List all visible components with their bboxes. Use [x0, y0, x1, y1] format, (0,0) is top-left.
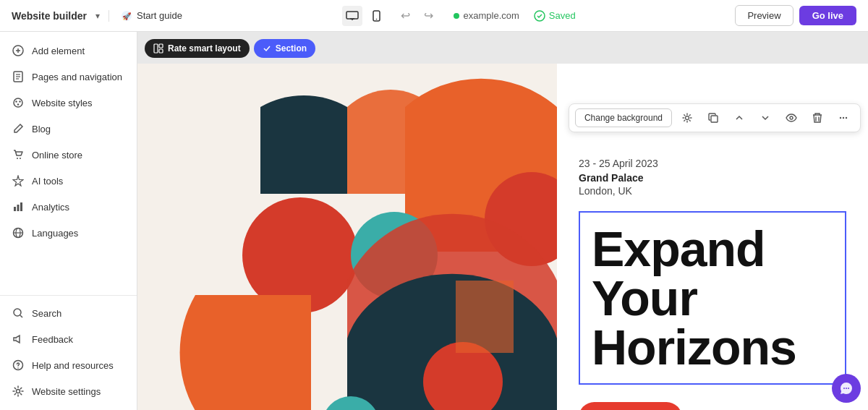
svg-rect-42: [456, 281, 514, 353]
mobile-icon[interactable]: [367, 6, 387, 26]
chart-icon: [12, 200, 25, 213]
undo-button[interactable]: ↩: [396, 6, 416, 26]
more-options-button[interactable]: [833, 107, 854, 129]
redo-button[interactable]: ↪: [419, 6, 439, 26]
right-content-panel: Change background: [557, 64, 868, 410]
sidebar-label: Website settings: [32, 386, 101, 397]
sidebar-label: Online store: [32, 150, 82, 161]
hero-image-area: [137, 64, 557, 410]
sidebar: Add element Pages and navigation Website…: [0, 32, 137, 410]
check-circle-icon: [534, 10, 545, 22]
sidebar-item-search[interactable]: Search: [0, 300, 137, 326]
move-up-button[interactable]: [728, 107, 750, 129]
svg-line-28: [20, 315, 22, 317]
section-toolbar: Change background: [569, 103, 861, 132]
svg-point-27: [14, 309, 21, 316]
svg-rect-21: [14, 207, 16, 211]
brand-name: Website builder: [12, 10, 87, 22]
sidebar-item-analytics[interactable]: Analytics: [0, 194, 137, 220]
svg-point-49: [843, 388, 845, 389]
topbar-center: ↩ ↪ example.com Saved: [342, 6, 576, 26]
undo-redo: ↩ ↪: [396, 6, 439, 26]
start-guide-button[interactable]: 🚀 Start guide: [109, 10, 182, 22]
svg-point-19: [17, 158, 18, 159]
sidebar-label: Analytics: [32, 202, 69, 213]
sidebar-item-pages[interactable]: Pages and navigation: [0, 64, 137, 90]
sidebar-item-add-element[interactable]: Add element: [0, 38, 137, 64]
topbar-left: Website builder ▾ 🚀 Start guide: [12, 10, 182, 22]
plus-circle-icon: [12, 44, 25, 57]
svg-point-45: [790, 116, 793, 119]
svg-point-17: [19, 101, 20, 102]
visibility-button[interactable]: [780, 107, 802, 129]
sidebar-item-languages[interactable]: Languages: [0, 220, 137, 246]
svg-rect-44: [711, 116, 718, 122]
event-info: 23 - 25 April 2023 Grand Palace London, …: [579, 158, 846, 197]
chat-icon: [839, 381, 854, 396]
sidebar-label: Pages and navigation: [32, 72, 122, 82]
sidebar-item-help[interactable]: Help and resources: [0, 352, 137, 378]
svg-point-48: [846, 117, 847, 119]
file-icon: [12, 70, 25, 83]
svg-point-46: [840, 117, 841, 119]
svg-point-47: [843, 117, 844, 119]
sidebar-item-styles[interactable]: Website styles: [0, 90, 137, 116]
topbar-right: Preview Go live: [735, 5, 856, 26]
sidebar-label: Search: [32, 308, 61, 319]
trash-icon: [812, 112, 823, 124]
svg-point-50: [846, 388, 847, 389]
layout-icon: [153, 43, 163, 54]
copy-icon: [707, 112, 719, 124]
edit-icon: [12, 122, 25, 135]
arrow-up-icon: [733, 112, 745, 124]
smart-layout-badge[interactable]: Rate smart layout: [145, 39, 250, 58]
event-venue: Grand Palace: [579, 172, 846, 184]
palette-icon: [12, 96, 25, 109]
sidebar-label: Languages: [32, 228, 78, 239]
svg-point-30: [17, 367, 19, 369]
sidebar-label: Website styles: [32, 98, 93, 108]
event-location: London, UK: [579, 185, 846, 197]
svg-point-6: [376, 18, 378, 20]
rocket-icon: 🚀: [121, 10, 132, 22]
sidebar-label: Blog: [32, 124, 51, 134]
svg-rect-33: [159, 44, 163, 48]
canvas-area: Rate smart layout Section: [137, 32, 868, 410]
status-dot: [454, 13, 459, 19]
sidebar-item-blog[interactable]: Blog: [0, 116, 137, 142]
preview-button[interactable]: Preview: [735, 5, 793, 26]
domain-indicator: example.com: [448, 10, 525, 21]
desktop-icon[interactable]: [342, 6, 362, 26]
delete-button[interactable]: [807, 107, 828, 129]
svg-rect-32: [154, 44, 158, 53]
domain-url: example.com: [464, 10, 519, 21]
sidebar-item-feedback[interactable]: Feedback: [0, 326, 137, 352]
sidebar-label: AI tools: [32, 176, 63, 187]
settings-action-button[interactable]: [676, 107, 698, 129]
golive-button[interactable]: Go live: [799, 6, 856, 25]
svg-rect-2: [346, 12, 358, 19]
tickets-button[interactable]: TICKETS: [579, 402, 682, 410]
svg-rect-34: [159, 49, 163, 53]
chat-bubble-button[interactable]: [832, 374, 861, 403]
change-background-button[interactable]: Change background: [575, 108, 672, 127]
device-switcher: [342, 6, 387, 26]
sidebar-label: Add element: [32, 46, 85, 56]
copy-action-button[interactable]: [702, 107, 724, 129]
event-date: 23 - 25 April 2023: [579, 158, 846, 169]
eye-icon: [786, 112, 797, 124]
svg-point-18: [17, 103, 19, 105]
svg-rect-23: [20, 202, 22, 211]
move-down-button[interactable]: [754, 107, 776, 129]
svg-point-16: [15, 101, 17, 102]
sidebar-item-ai[interactable]: AI tools: [0, 168, 137, 194]
headline-box[interactable]: Expand Your Horizons: [579, 211, 846, 385]
sidebar-item-store[interactable]: Online store: [0, 142, 137, 168]
globe-icon: [12, 226, 25, 239]
sidebar-spacer: [0, 246, 137, 295]
section-badge[interactable]: Section: [254, 39, 315, 58]
svg-point-51: [848, 388, 849, 389]
svg-point-31: [17, 390, 20, 393]
cart-icon: [12, 148, 25, 161]
sidebar-item-settings[interactable]: Website settings: [0, 378, 137, 404]
